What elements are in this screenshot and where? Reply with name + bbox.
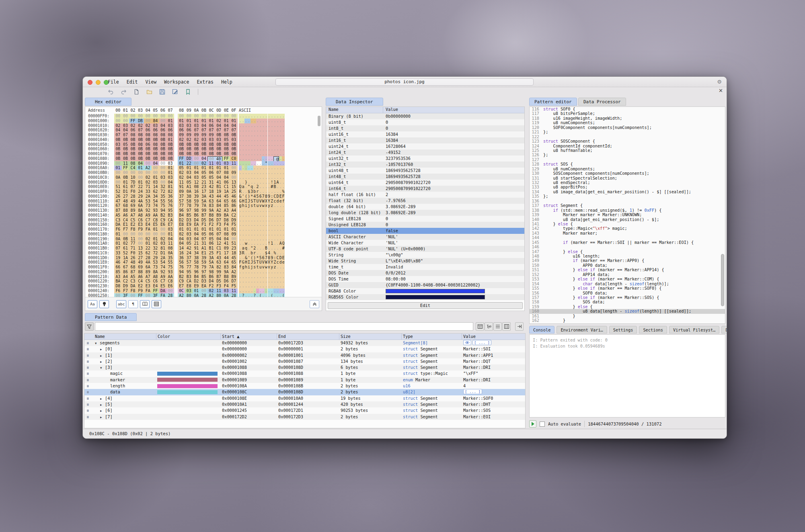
hex-byte[interactable]: 13 — [230, 180, 238, 185]
hex-byte[interactable]: 04 — [114, 128, 122, 133]
ascii-char[interactable]: . — [282, 284, 285, 289]
hex-byte[interactable]: 02 — [178, 175, 185, 180]
hex-byte[interactable]: 01 — [230, 227, 238, 232]
hex-byte[interactable]: F3 — [215, 284, 223, 289]
hex-byte[interactable]: 00 — [144, 232, 152, 237]
ascii-char[interactable]: . — [279, 123, 282, 128]
ascii-char[interactable]: . — [271, 133, 273, 137]
hex-byte[interactable]: 01 — [166, 137, 174, 142]
hex-byte[interactable]: 41 — [215, 180, 223, 185]
ascii-char[interactable]: . — [242, 237, 244, 241]
hex-byte[interactable]: 01 — [166, 166, 174, 170]
hex-byte[interactable]: 02 — [200, 161, 208, 166]
hex-byte[interactable]: F2 — [207, 222, 215, 227]
ascii-char[interactable]: . — [276, 147, 279, 151]
hex-byte[interactable]: F2 — [207, 284, 215, 289]
code-line-157[interactable]: 157 } else if (marker == Marker::SOS) { — [530, 295, 725, 300]
hex-byte[interactable]: 0B — [200, 142, 208, 147]
hex-byte[interactable]: 04 — [152, 161, 159, 166]
ascii-char[interactable]: x — [268, 265, 271, 270]
hex-byte[interactable]: 01 — [207, 119, 215, 123]
hex-byte[interactable]: FF — [222, 156, 230, 161]
ascii-char[interactable]: . — [276, 284, 279, 289]
hex-byte[interactable]: 75 — [166, 265, 174, 270]
hex-byte[interactable]: 97 — [185, 208, 193, 213]
hex-byte[interactable]: 33 — [144, 189, 152, 194]
ascii-char[interactable]: . — [256, 156, 259, 161]
ascii-char[interactable]: u — [259, 265, 262, 270]
hex-byte[interactable]: 69 — [129, 203, 137, 208]
hex-byte[interactable]: 04 — [122, 128, 129, 133]
inspector-row-uint16-t[interactable]: uint16_t16384 — [326, 131, 524, 137]
hex-byte[interactable]: A5 — [129, 274, 137, 279]
ascii-char[interactable]: v — [259, 203, 262, 208]
hex-byte[interactable]: 19 — [114, 256, 122, 260]
hex-byte[interactable]: 82 — [166, 189, 174, 194]
hex-byte[interactable]: 01 — [152, 227, 159, 232]
ascii-char[interactable]: . — [276, 289, 279, 293]
ascii-char[interactable]: . — [268, 161, 271, 166]
pattern-row-marker[interactable]: ▦marker0x000010890x000010891 byteenum Ma… — [84, 377, 525, 383]
ascii-char[interactable]: . — [265, 142, 267, 147]
hex-byte[interactable]: A4 — [230, 208, 238, 213]
ascii-char[interactable]: . — [244, 161, 247, 166]
ascii-char[interactable]: X — [268, 260, 271, 265]
ascii-char[interactable]: . — [247, 142, 250, 147]
bookmark-icon[interactable] — [185, 89, 191, 95]
ascii-char[interactable]: . — [239, 241, 242, 246]
hex-byte[interactable]: 4A — [137, 199, 144, 204]
hex-byte[interactable]: 67 — [114, 203, 122, 208]
inspector-row-int64-t[interactable]: int64_t290500870901022720 — [326, 186, 524, 192]
hex-byte[interactable]: B6 — [207, 274, 215, 279]
ascii-char[interactable]: w — [244, 241, 247, 246]
hex-byte[interactable]: 0B — [144, 137, 152, 142]
ascii-char[interactable]: " — [251, 246, 253, 251]
hex-byte[interactable]: E9 — [193, 284, 200, 289]
hex-byte[interactable]: 01 — [200, 227, 208, 232]
hex-byte[interactable]: 07 — [215, 170, 223, 175]
hex-byte[interactable]: 0B — [152, 147, 159, 151]
ascii-char[interactable]: . — [259, 227, 262, 232]
ascii-char[interactable]: . — [253, 232, 256, 237]
hex-byte[interactable]: 37 — [185, 256, 193, 260]
array-ellipsis-chip[interactable]: [ ... ] — [472, 340, 491, 345]
ascii-char[interactable]: . — [273, 284, 276, 289]
hex-byte[interactable]: 0A — [166, 251, 174, 256]
hex-byte[interactable]: 0B — [166, 142, 174, 147]
hex-byte[interactable]: 01 — [152, 175, 159, 180]
ascii-char[interactable]: . — [251, 218, 253, 223]
hex-byte[interactable]: 03 — [185, 123, 193, 128]
hex-byte[interactable]: 75 — [159, 203, 167, 208]
inspector-row-int16-t[interactable]: int16_t16384 — [326, 137, 524, 143]
hex-byte[interactable]: 00 — [193, 161, 200, 166]
pattern-type-icon[interactable]: ▦ — [87, 370, 89, 376]
ascii-char[interactable]: . — [251, 232, 253, 237]
hex-byte[interactable]: 03 — [222, 161, 230, 166]
hex-byte[interactable]: F1 — [215, 251, 223, 256]
ascii-char[interactable]: w — [262, 203, 265, 208]
ascii-char[interactable]: . — [244, 133, 247, 137]
ascii-char[interactable]: . — [265, 123, 267, 128]
code-line-148[interactable]: 148 u16 length; — [530, 254, 725, 258]
highlight-bulb-button[interactable] — [99, 300, 109, 308]
hex-byte[interactable]: C0 — [230, 156, 238, 161]
ascii-char[interactable]: . — [253, 274, 256, 279]
ascii-char[interactable]: . — [251, 270, 253, 274]
hex-byte[interactable]: 15 — [137, 251, 144, 256]
hex-byte[interactable]: 04 — [166, 180, 174, 185]
ascii-char[interactable]: . — [256, 289, 259, 293]
ascii-char[interactable]: . — [271, 232, 273, 237]
hex-byte[interactable]: 0B — [122, 151, 129, 156]
ascii-char[interactable]: 7 — [262, 194, 265, 199]
ascii-char[interactable]: . — [253, 147, 256, 151]
ascii-char[interactable]: . — [273, 222, 276, 227]
hex-byte[interactable]: 45 — [222, 194, 230, 199]
ascii-char[interactable]: f — [282, 199, 285, 204]
redo-icon[interactable] — [121, 89, 127, 95]
hex-byte[interactable]: 02 — [114, 123, 122, 128]
ascii-char[interactable]: . — [247, 270, 250, 274]
ascii-char[interactable]: . — [253, 213, 256, 218]
run-pattern-button[interactable] — [529, 420, 536, 428]
ascii-char[interactable]: . — [268, 208, 271, 213]
ascii-char[interactable]: . — [268, 213, 271, 218]
